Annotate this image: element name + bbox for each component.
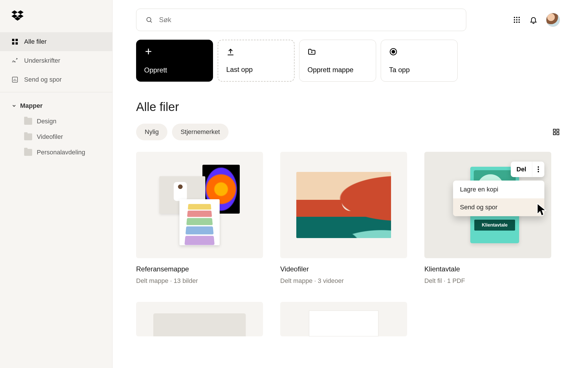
svg-rect-19 <box>553 133 556 135</box>
share-strip: Del <box>511 162 544 177</box>
svg-rect-17 <box>553 129 556 131</box>
plus-icon <box>144 47 153 56</box>
document-label: Klientavtale <box>474 220 515 231</box>
card-meta: Delt fil · 1 PDF <box>424 277 551 285</box>
card-thumb: Klientavtale Del Lagre en kopi Send og s… <box>424 152 551 258</box>
nav-label: Underskrifter <box>24 57 60 64</box>
folder-icon <box>24 133 32 140</box>
context-menu: Lagre en kopi Send og spor <box>453 181 544 216</box>
chip-starred[interactable]: Stjernemerket <box>172 124 229 140</box>
avatar[interactable] <box>546 13 560 27</box>
card-meta: Delt mappe · 13 bilder <box>136 277 263 285</box>
card-klientavtale[interactable]: Klientavtale Del Lagre en kopi Send og s… <box>424 152 551 285</box>
create-button[interactable]: Opprett <box>136 40 213 82</box>
folder-item-hr[interactable]: Personalavdeling <box>0 145 112 160</box>
action-label: Opprett <box>144 66 205 74</box>
search-box[interactable] <box>136 9 466 31</box>
bell-icon[interactable] <box>529 16 537 24</box>
svg-rect-3 <box>16 42 18 45</box>
nav-all-files[interactable]: Alle filer <box>0 32 112 51</box>
folder-icon <box>24 149 32 156</box>
svg-point-12 <box>514 22 515 23</box>
folder-label: Personalavdeling <box>37 149 85 156</box>
folder-item-video[interactable]: Videofiler <box>0 129 112 145</box>
card-referansemappe[interactable]: Referansemappe Delt mappe · 13 bilder <box>136 152 263 285</box>
action-label: Last opp <box>226 66 286 74</box>
nav-send-track[interactable]: Send og spor <box>0 70 112 89</box>
card-row2-2[interactable] <box>280 302 407 336</box>
search-input[interactable] <box>159 16 457 24</box>
svg-point-8 <box>519 17 520 18</box>
menu-save-copy[interactable]: Lagre en kopi <box>453 181 544 198</box>
folder-plus-icon <box>307 47 316 56</box>
more-button[interactable] <box>532 162 544 177</box>
main-content: Opprett Last opp Opprett mappe Ta opp Al… <box>113 0 588 368</box>
record-icon <box>389 47 398 56</box>
svg-point-6 <box>514 17 515 18</box>
page-title: Alle filer <box>136 100 560 114</box>
filter-row: Nylig Stjernemerket <box>136 124 560 140</box>
card-videofiler[interactable]: Videofiler Delt mappe · 3 videoer <box>280 152 407 285</box>
svg-point-5 <box>147 18 151 22</box>
card-thumb <box>280 152 407 258</box>
action-label: Ta opp <box>389 66 449 74</box>
sidebar: Alle filer Underskrifter Send og spor Ma… <box>0 0 113 368</box>
card-thumb <box>136 302 263 336</box>
create-folder-button[interactable]: Opprett mappe <box>299 40 376 82</box>
svg-point-22 <box>538 169 539 170</box>
svg-rect-0 <box>12 39 14 41</box>
svg-point-9 <box>514 19 515 21</box>
thumbnail-collage <box>159 165 240 245</box>
more-vertical-icon <box>537 166 539 172</box>
card-title: Klientavtale <box>424 265 551 273</box>
record-button[interactable]: Ta opp <box>381 40 458 82</box>
action-label: Opprett mappe <box>307 66 368 74</box>
svg-point-7 <box>516 17 518 18</box>
card-thumb <box>280 302 407 336</box>
card-meta: Delt mappe · 3 videoer <box>280 277 407 285</box>
svg-rect-1 <box>16 39 18 41</box>
thumbnail-wave <box>296 172 391 238</box>
grid-icon <box>11 38 18 45</box>
folder-icon <box>24 118 32 125</box>
svg-rect-20 <box>557 133 559 135</box>
card-row2-1[interactable] <box>136 302 263 336</box>
card-title: Referansemappe <box>136 265 263 273</box>
chip-recent[interactable]: Nylig <box>136 124 167 140</box>
share-button[interactable]: Del <box>511 162 532 177</box>
svg-point-13 <box>516 22 518 23</box>
topbar-right <box>513 13 560 27</box>
svg-rect-18 <box>557 129 559 131</box>
folders-header[interactable]: Mapper <box>0 98 112 114</box>
svg-point-21 <box>538 166 539 168</box>
search-icon <box>146 16 153 24</box>
card-thumb <box>136 152 263 258</box>
menu-send-track[interactable]: Send og spor <box>453 198 544 216</box>
svg-point-23 <box>538 171 539 172</box>
svg-point-16 <box>392 50 395 53</box>
apps-icon[interactable] <box>513 16 521 24</box>
folder-label: Design <box>37 118 56 125</box>
dropbox-logo-icon[interactable] <box>11 10 24 21</box>
svg-point-10 <box>516 19 518 21</box>
signature-icon <box>11 57 18 64</box>
divider <box>0 92 112 92</box>
svg-point-11 <box>519 19 520 21</box>
nav-signatures[interactable]: Underskrifter <box>0 51 112 70</box>
folder-label: Videofiler <box>37 133 63 141</box>
chevron-down-icon <box>11 103 17 108</box>
grid-view-icon[interactable] <box>552 128 560 136</box>
logo-wrap <box>0 10 112 32</box>
upload-icon <box>226 48 235 56</box>
folders-header-label: Mapper <box>20 102 42 110</box>
card-title: Videofiler <box>280 265 407 273</box>
nav-label: Send og spor <box>24 76 62 83</box>
nav-label: Alle filer <box>24 38 47 45</box>
file-grid: Referansemappe Delt mappe · 13 bilder Vi… <box>136 152 560 336</box>
upload-button[interactable]: Last opp <box>218 40 295 82</box>
svg-point-14 <box>519 22 520 23</box>
chart-icon <box>11 76 18 83</box>
cursor-icon <box>536 202 548 217</box>
topbar <box>136 9 560 31</box>
folder-item-design[interactable]: Design <box>0 114 112 129</box>
